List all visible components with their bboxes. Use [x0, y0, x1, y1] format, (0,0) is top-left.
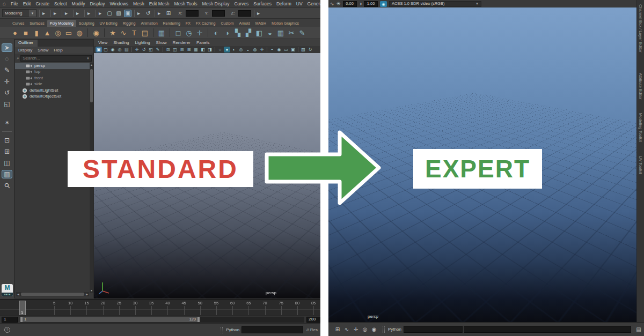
scroll-right-icon[interactable]: ▶ [85, 293, 89, 296]
save-scene-icon[interactable]: ▣ [124, 10, 131, 17]
snap-to-curve-icon[interactable]: ∿ [343, 327, 350, 332]
chevron-down-icon[interactable]: ▼ [29, 10, 36, 17]
menubar-item[interactable]: Edit Mesh [149, 2, 170, 6]
grease-pencil-icon[interactable]: ✎ [155, 47, 161, 53]
command-line-input[interactable] [404, 326, 463, 333]
shelf-tab[interactable]: Rendering [160, 20, 183, 27]
wireframe-icon[interactable]: ○ [217, 47, 223, 53]
smooth-shade-icon[interactable]: ● [224, 47, 230, 53]
xray-icon[interactable]: ◓ [269, 47, 275, 53]
coord-x-field[interactable] [186, 10, 199, 17]
persp-outliner-pane-icon[interactable]: ◨ [207, 47, 213, 53]
menubar-item[interactable]: Mesh Display [202, 2, 229, 6]
scroll-up-icon[interactable]: ▲ [90, 64, 93, 66]
snapshot-icon[interactable]: ▧ [300, 47, 306, 53]
four-pane-icon[interactable]: ⊞ [186, 47, 192, 53]
script-editor-icon[interactable]: ▤ [635, 326, 642, 333]
shelf-tab[interactable]: Poly Modeling [47, 20, 76, 27]
snap-to-grid-icon[interactable]: ⊞ [165, 10, 172, 17]
search-input[interactable]: Search... ▼ [20, 55, 92, 62]
time-slider[interactable]: 510152025303540455055606570758085 1 [0, 299, 322, 315]
lock-camera-icon[interactable]: ▢ [103, 47, 109, 53]
range-slider-track[interactable]: 1 120 [20, 317, 304, 323]
undo-icon[interactable]: ↺ [144, 10, 152, 17]
shelf-tab[interactable]: MASH [253, 20, 269, 27]
drag-grip[interactable] [221, 327, 223, 333]
playback-start-field[interactable]: 1 [2, 317, 18, 323]
outliner-item-persp[interactable]: persp [15, 63, 93, 69]
tab-uv-toolkit[interactable]: UV Toolkit [639, 156, 643, 174]
boolean-union-icon[interactable]: ◐ [212, 29, 221, 36]
isolate-select-icon[interactable]: ◉ [276, 47, 282, 53]
shelf-tab[interactable]: FX [183, 20, 193, 27]
outliner-item-side[interactable]: side [15, 81, 93, 88]
scrollbar-thumb[interactable] [90, 69, 93, 102]
anti-alias-icon[interactable]: ✛ [259, 47, 265, 53]
construction-plane-icon[interactable]: ◻ [174, 29, 182, 36]
poly-cone-icon[interactable]: ▲ [43, 29, 52, 36]
menubar-item[interactable]: Mesh [133, 2, 144, 6]
mirror-icon[interactable]: ◧ [255, 29, 264, 36]
panel-menu-item[interactable]: View [98, 41, 107, 45]
shelf-tab[interactable]: Animation [138, 20, 160, 27]
scrollbar-thumb[interactable]: · · · · · · · · [21, 293, 84, 296]
shelf-tab[interactable]: FX Caching [193, 20, 218, 27]
svg-tool-icon[interactable]: ▤ [141, 29, 149, 36]
snap-to-center-icon[interactable]: ◎ [361, 327, 369, 332]
sweep-mesh-icon[interactable]: ★ [108, 29, 117, 36]
make-live-icon[interactable]: ◉ [370, 327, 378, 332]
range-slider-active[interactable]: 1 120 [20, 317, 200, 322]
outliner-menu-show[interactable]: Show [38, 48, 48, 53]
panel-menu-item[interactable]: Renderer [173, 41, 191, 45]
set-to-live-icon[interactable]: ◷ [185, 29, 193, 36]
coord-z-field[interactable] [238, 10, 251, 17]
single-pane-layout-icon[interactable]: ⊡ [2, 136, 12, 145]
menubar-item[interactable]: Windows [109, 2, 128, 6]
menubar-item[interactable]: UV [296, 2, 303, 6]
outliner-item-defaultobjectset[interactable]: defaultObjectSet [15, 94, 93, 100]
poly-torus-icon[interactable]: ◎ [54, 29, 62, 36]
tab-attribute-editor[interactable]: Attribute Editor [639, 73, 643, 100]
use-all-lights-icon[interactable]: ◎ [238, 47, 244, 53]
outliner-horizontal-scrollbar[interactable]: ◀ · · · · · · · · ▶ [16, 292, 89, 296]
command-language-label[interactable]: Python [388, 327, 401, 332]
panel-menu-item[interactable]: Show [156, 41, 167, 45]
poly-cube-icon[interactable]: ■ [21, 29, 30, 36]
outliner-item-front[interactable]: front [15, 75, 93, 81]
exposure-icon[interactable]: ☀ [336, 2, 341, 6]
menubar-item[interactable]: Display [90, 2, 105, 6]
zoom-tool-icon[interactable]: ⚲ [0, 178, 13, 192]
quad-draw-icon[interactable]: ✎ [298, 29, 306, 36]
coord-y-field[interactable] [212, 10, 225, 17]
menubar-item[interactable]: Create [35, 2, 49, 6]
rotate-tool-icon[interactable]: ↺ [2, 88, 12, 97]
range-end-handle[interactable] [197, 317, 200, 322]
tab-channel-box-layer-editor[interactable]: Channel Box / Layer Editor [639, 4, 643, 53]
field-chart-icon[interactable]: ▭ [283, 47, 289, 53]
help-icon[interactable]: ? [4, 327, 10, 333]
menubar-item[interactable]: Curves [234, 2, 248, 6]
scale-tool-icon[interactable]: ◱ [2, 100, 12, 108]
type-tool-icon[interactable]: T [130, 29, 138, 36]
two-pane-side-icon[interactable]: ◫ [172, 47, 178, 53]
outliner-tab[interactable]: Outliner [15, 40, 38, 47]
scroll-down-icon[interactable]: ▼ [90, 289, 93, 292]
exposure-field[interactable]: 0.00 [343, 1, 357, 7]
shelf-tab[interactable]: Sculpting [76, 20, 97, 27]
menubar-item[interactable]: Deform [276, 2, 291, 6]
menubar-item[interactable]: Select [54, 2, 67, 6]
home-icon[interactable]: ⌂ [3, 1, 6, 6]
ambient-occlusion-icon[interactable]: ◍ [252, 47, 258, 53]
shelf-tab[interactable]: Motion Graphics [269, 20, 302, 27]
dolly-icon[interactable]: ◱ [148, 47, 154, 53]
color-management-icon[interactable]: ◉ [380, 1, 387, 7]
select-tool-icon[interactable]: ➤ [2, 43, 12, 52]
camera-attributes-icon[interactable]: ◉ [109, 47, 116, 53]
view-transform-dropdown[interactable]: ACES 1.0 SDR-video (sRGB) ▼ [389, 1, 481, 7]
histogram-icon[interactable]: ∿ [330, 2, 334, 6]
four-pane-layout-icon[interactable]: ⊞ [2, 147, 12, 156]
chevron-down-icon[interactable]: ▼ [475, 2, 479, 5]
soft-select-icon[interactable]: ∗ [2, 118, 12, 127]
shelf-tab[interactable]: Arnold [237, 20, 253, 27]
snap-to-point-icon[interactable]: ✛ [352, 327, 360, 332]
